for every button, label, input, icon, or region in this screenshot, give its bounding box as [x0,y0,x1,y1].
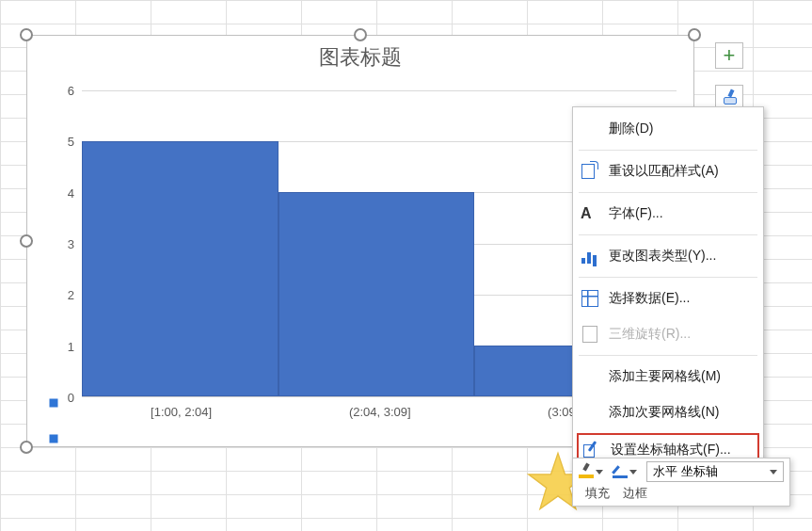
blank-icon [581,120,599,138]
pen-icon [613,465,628,478]
reset-icon [581,162,599,181]
separator [579,234,757,235]
y-tick: 6 [68,84,74,98]
menu-add-minor-gridlines[interactable]: 添加次要网格线(N) [573,394,763,430]
separator [579,150,757,151]
chart-title[interactable]: 图表标题 [27,43,693,72]
brush-icon [722,91,737,105]
cube-icon [581,325,599,344]
menu-change-chart-type[interactable]: 更改图表类型(Y)... [573,238,763,274]
chart-elements-button[interactable]: + [715,42,743,69]
chevron-down-icon [629,470,637,475]
axis-handle[interactable] [50,435,58,443]
blank-icon [581,403,599,422]
chevron-down-icon [770,470,777,475]
menu-add-major-gridlines[interactable]: 添加主要网格线(M) [573,359,763,394]
font-icon: A [581,204,599,223]
fill-color-button[interactable] [579,465,603,478]
menu-3d-rotation: 三维旋转(R)... [573,316,763,352]
combo-value: 水平 坐标轴 [653,463,718,480]
selection-handle[interactable] [688,28,701,41]
menu-select-data[interactable]: 选择数据(E)... [573,281,763,316]
selection-handle[interactable] [354,28,367,41]
menu-font[interactable]: A 字体(F)... [573,196,763,232]
y-tick: 1 [68,339,74,353]
axis-handle[interactable] [50,399,58,408]
y-tick: 2 [68,288,74,302]
chart-icon [581,247,599,266]
y-tick: 4 [68,185,74,200]
fill-label: 填充 [579,485,616,502]
mini-toolbar: 水平 坐标轴 填充 边框 [572,458,790,507]
separator [579,355,757,356]
y-tick: 5 [68,135,74,149]
x-tick: [1:00, 2:04] [151,405,212,419]
context-menu: 删除(D) 重设以匹配样式(A) A 字体(F)... 更改图表类型(Y)...… [572,106,764,475]
menu-reset-style[interactable]: 重设以匹配样式(A) [573,153,763,189]
separator [579,277,757,278]
x-tick: (2:04, 3:09] [349,405,411,419]
chevron-down-icon [596,470,603,475]
border-label: 边框 [616,485,654,502]
gridline [82,90,677,91]
bar-2[interactable] [279,192,475,396]
selection-handle[interactable] [20,28,33,41]
y-tick: 0 [68,391,74,405]
y-tick: 3 [68,237,74,251]
y-axis[interactable]: 0 1 2 3 4 5 6 [56,90,78,397]
menu-delete[interactable]: 删除(D) [573,111,763,147]
grid-icon [581,289,599,308]
outline-color-button[interactable] [613,465,637,478]
plus-icon: + [724,43,736,68]
paint-bucket-icon [579,465,594,478]
selection-handle[interactable] [20,441,33,454]
selection-handle[interactable] [20,234,33,248]
blank-icon [581,367,599,386]
chart-element-selector[interactable]: 水平 坐标轴 [646,461,784,482]
separator [579,192,757,193]
bar-1[interactable] [82,141,279,396]
